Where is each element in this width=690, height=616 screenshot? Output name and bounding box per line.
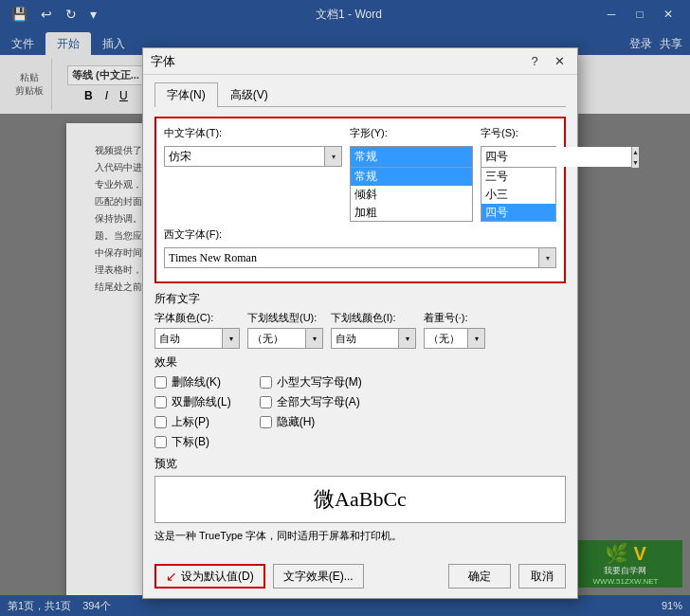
hidden-checkbox[interactable] — [260, 416, 272, 428]
effects-section: 删除线(K) 双删除线(L) 上标(P) 下标(B) — [154, 374, 566, 450]
western-font-row: Times New Roman ▾ — [164, 247, 556, 268]
preview-section: 微AaBbCc — [154, 476, 566, 523]
preview-desc: 这是一种 TrueType 字体，同时适用于屏幕和打印机。 — [154, 529, 566, 543]
size-up-button[interactable]: ▲ — [632, 147, 639, 157]
style-input-col: 常规 倾斜 加粗 — [350, 146, 473, 222]
western-font-input-col: Times New Roman ▾ — [164, 247, 556, 268]
font-color-col: 字体颜色(C): 自动 ▾ — [154, 311, 240, 349]
all-caps-row[interactable]: 全部大写字母(A) — [260, 394, 362, 410]
western-font-select[interactable]: Times New Roman — [164, 247, 556, 268]
preview-title: 预览 — [154, 456, 566, 472]
tab-advanced[interactable]: 高级(V) — [218, 82, 281, 107]
double-strikethrough-label: 双删除线(L) — [172, 394, 231, 410]
text-effects-button[interactable]: 文字效果(E)... — [273, 564, 364, 589]
effects-title: 效果 — [154, 354, 566, 371]
underline-style-col: 下划线线型(U): （无） ▾ — [247, 311, 323, 349]
chinese-font-col: 中文字体(T): — [164, 126, 342, 140]
western-font-label-row: 西文字体(F): — [164, 227, 556, 242]
style-input[interactable] — [351, 147, 472, 168]
style-item-normal[interactable]: 常规 — [351, 168, 472, 186]
underline-color-wrapper: 自动 ▾ — [331, 328, 416, 349]
dialog-close-button[interactable]: ✕ — [549, 51, 570, 72]
superscript-row[interactable]: 上标(P) — [154, 414, 231, 430]
all-caps-checkbox[interactable] — [260, 396, 272, 408]
chinese-font-label: 中文字体(T): — [164, 126, 342, 140]
western-font-label-col: 西文字体(F): — [164, 227, 556, 242]
chinese-font-input-col: 仿宋 ▾ — [164, 146, 342, 222]
strikethrough-label: 删除线(K) — [172, 374, 221, 390]
strikethrough-row[interactable]: 删除线(K) — [154, 374, 231, 390]
hidden-row[interactable]: 隐藏(H) — [260, 414, 362, 430]
dialog-titlebar: 字体 ? ✕ — [143, 48, 577, 75]
underline-color-label: 下划线颜色(I): — [331, 311, 416, 325]
all-text-section: 所有文字 字体颜色(C): 自动 ▾ 下划线线型(U): （无） — [154, 291, 566, 349]
cancel-button[interactable]: 取消 — [518, 564, 566, 589]
emphasis-wrapper: （无） ▾ — [424, 328, 485, 349]
subscript-checkbox[interactable] — [154, 436, 167, 448]
size-label: 字号(S): — [481, 126, 556, 140]
tab-font[interactable]: 字体(N) — [154, 82, 218, 107]
effects-left-col: 删除线(K) 双删除线(L) 上标(P) 下标(B) — [154, 374, 231, 450]
western-font-label: 西文字体(F): — [164, 227, 556, 242]
size-container: ▲ ▼ 三号 小三 四号 — [481, 146, 556, 222]
ok-button[interactable]: 确定 — [448, 564, 511, 589]
set-default-button[interactable]: ↙ 设为默认值(D) — [154, 564, 265, 589]
preview-wrapper: 预览 微AaBbCc 这是一种 TrueType 字体，同时适用于屏幕和打印机。 — [154, 456, 566, 543]
set-default-label: 设为默认值(D) — [181, 569, 254, 585]
style-col: 字形(Y): — [350, 126, 473, 140]
chinese-font-row: 仿宋 ▾ 常规 倾斜 加粗 — [164, 146, 556, 222]
effects-section-wrapper: 效果 删除线(K) 双删除线(L) 上标(P) — [154, 354, 566, 450]
style-label: 字形(Y): — [350, 126, 473, 140]
underline-style-select[interactable]: （无） — [247, 328, 323, 349]
small-caps-checkbox[interactable] — [260, 376, 272, 389]
underline-color-col: 下划线颜色(I): 自动 ▾ — [331, 311, 416, 349]
superscript-label: 上标(P) — [172, 414, 209, 430]
dialog-title: 字体 — [151, 53, 175, 70]
dialog-body: 字体(N) 高级(V) 中文字体(T): 字形(Y): 字号(S): — [143, 75, 577, 558]
underline-style-wrapper: （无） ▾ — [247, 328, 323, 349]
effects-right-col: 小型大写字母(M) 全部大写字母(A) 隐藏(H) — [260, 374, 362, 450]
dialog-tabs: 字体(N) 高级(V) — [154, 82, 566, 107]
style-container: 常规 倾斜 加粗 — [350, 146, 473, 222]
small-caps-row[interactable]: 小型大写字母(M) — [260, 374, 362, 390]
dialog-help-button[interactable]: ? — [524, 51, 545, 72]
size-input-row: ▲ ▼ — [481, 147, 555, 168]
font-color-label: 字体颜色(C): — [154, 311, 240, 325]
emphasis-label: 着重号(·): — [424, 311, 485, 325]
chinese-font-select[interactable]: 仿宋 — [164, 146, 342, 167]
subscript-row[interactable]: 下标(B) — [154, 434, 231, 450]
all-text-row: 字体颜色(C): 自动 ▾ 下划线线型(U): （无） ▾ — [154, 311, 566, 349]
font-labels-row: 中文字体(T): 字形(Y): 字号(S): — [164, 126, 556, 140]
font-color-wrapper: 自动 ▾ — [154, 328, 240, 349]
dialog-footer: ↙ 设为默认值(D) 文字效果(E)... 确定 取消 — [143, 558, 577, 598]
chinese-font-select-wrapper: 仿宋 ▾ — [164, 146, 342, 167]
small-caps-label: 小型大写字母(M) — [277, 374, 362, 390]
preview-text: 微AaBbCc — [314, 485, 407, 514]
emphasis-col: 着重号(·): （无） ▾ — [424, 311, 485, 349]
hidden-label: 隐藏(H) — [277, 414, 316, 430]
size-item-3[interactable]: 三号 — [481, 168, 555, 186]
style-item-italic[interactable]: 倾斜 — [351, 186, 472, 204]
dialog-title-controls: ? ✕ — [524, 51, 570, 72]
size-item-4[interactable]: 四号 — [481, 204, 555, 221]
double-strikethrough-row[interactable]: 双删除线(L) — [154, 394, 231, 410]
western-font-select-wrapper: Times New Roman ▾ — [164, 247, 556, 268]
double-strikethrough-checkbox[interactable] — [154, 396, 167, 408]
strikethrough-checkbox[interactable] — [154, 376, 167, 389]
all-caps-label: 全部大写字母(A) — [277, 394, 360, 410]
superscript-checkbox[interactable] — [154, 416, 167, 428]
style-list: 常规 倾斜 加粗 — [351, 168, 472, 221]
font-dialog: 字体 ? ✕ 字体(N) 高级(V) 中文字体(T): 字形(Y): 字号(S)… — [142, 47, 578, 599]
size-arrows: ▲ ▼ — [631, 147, 639, 168]
size-item-small3[interactable]: 小三 — [481, 186, 555, 204]
font-color-select[interactable]: 自动 — [154, 328, 240, 349]
arrow-icon: ↙ — [166, 569, 177, 584]
all-text-title: 所有文字 — [154, 291, 566, 307]
underline-color-select[interactable]: 自动 — [331, 328, 416, 349]
style-item-bold[interactable]: 加粗 — [351, 204, 472, 221]
subscript-label: 下标(B) — [172, 434, 209, 450]
size-down-button[interactable]: ▼ — [632, 157, 639, 168]
size-input[interactable] — [481, 147, 631, 167]
size-col: 字号(S): — [481, 126, 556, 140]
emphasis-select[interactable]: （无） — [424, 328, 485, 349]
